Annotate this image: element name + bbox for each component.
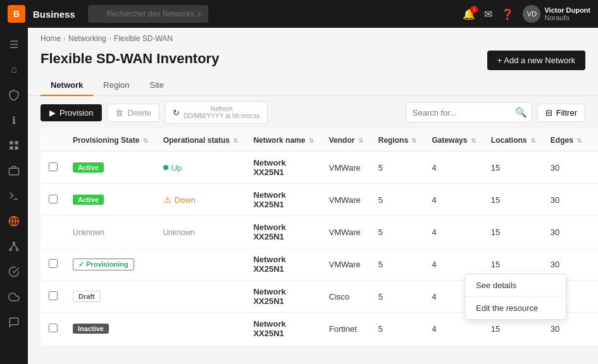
avatar: VD	[523, 5, 540, 23]
tab-region[interactable]: Region	[93, 75, 139, 96]
sidebar-item-apps[interactable]	[3, 134, 25, 157]
cell-provisioning-state: Draft	[65, 281, 156, 313]
breadcrumb-home[interactable]: Home	[40, 34, 61, 43]
table-row: UnknownUnknownNetwork XX25N1VMWare541530…	[41, 216, 599, 248]
refresh-button[interactable]: ↻ Refresh DD/MM/YYYY at hh:mm:ss	[165, 101, 268, 124]
th-locations[interactable]: Locations ⇅	[483, 130, 543, 152]
cell-actions: •••	[589, 152, 598, 184]
add-network-button[interactable]: + Add a new Network	[487, 51, 585, 70]
global-search-input[interactable]	[88, 5, 208, 23]
table-container: Provisioning State ⇅ Operational status …	[40, 129, 585, 345]
sidebar-item-chat[interactable]	[3, 311, 25, 334]
sidebar-item-package[interactable]	[3, 159, 25, 182]
sidebar-item-terminal[interactable]	[3, 185, 25, 207]
cell-vendor: VMWare	[321, 216, 371, 248]
sidebar-item-menu[interactable]: ☰	[3, 33, 25, 56]
svg-point-10	[16, 249, 18, 251]
cell-actions: •••	[589, 313, 598, 345]
cell-actions: •••	[589, 184, 598, 216]
table-search-input[interactable]	[406, 102, 532, 123]
row-checkbox[interactable]	[49, 291, 58, 300]
breadcrumb-networking[interactable]: Networking	[68, 34, 106, 43]
provision-button[interactable]: ▶ Provision	[40, 104, 102, 121]
global-search-wrap: 🔍	[88, 5, 290, 23]
sidebar-item-network[interactable]	[3, 235, 25, 258]
delete-button[interactable]: 🗑 Delete	[107, 104, 159, 122]
filter-icon: ⊟	[545, 108, 552, 118]
table-search-button[interactable]: 🔍	[515, 107, 527, 118]
user-sub: Noraufo	[544, 14, 590, 21]
context-menu: See details Edit the resource	[465, 274, 566, 320]
th-gateways[interactable]: Gateways ⇅	[424, 130, 483, 152]
cell-provisioning-state: Unknown	[65, 216, 156, 248]
cell-network-name: Network XX25N1	[246, 152, 321, 184]
row-checkbox[interactable]	[49, 162, 58, 171]
dot-green	[163, 165, 168, 170]
cell-gateways: 4	[424, 152, 483, 184]
th-actions	[589, 130, 598, 152]
sidebar-item-info[interactable]: ℹ	[3, 109, 25, 131]
breadcrumb-current: Flexible SD-WAN	[114, 34, 173, 43]
cell-gateways: 4	[424, 184, 483, 216]
cell-network-name: Network XX25N1	[246, 184, 321, 216]
refresh-icon: ↻	[173, 108, 180, 118]
app-logo[interactable]: B	[8, 5, 25, 23]
cell-edges: 30	[543, 184, 589, 216]
user-name: Victor Dupont	[544, 6, 590, 14]
svg-line-11	[11, 244, 14, 249]
notifications-icon[interactable]: 🔔 1	[463, 8, 475, 20]
cell-locations: 15	[483, 216, 543, 248]
row-checkbox[interactable]	[49, 259, 58, 268]
cell-operational-status: Up	[156, 152, 246, 184]
cell-network-name: Network XX25N1	[246, 281, 321, 313]
cell-provisioning-state: Active	[65, 152, 156, 184]
tab-network[interactable]: Network	[40, 75, 93, 96]
cell-regions: 5	[371, 248, 425, 281]
svg-rect-0	[9, 141, 13, 144]
cell-network-name: Network XX25N1	[246, 248, 321, 281]
context-menu-see-details[interactable]: See details	[466, 274, 566, 296]
status-down: ⚠Down	[163, 195, 239, 205]
breadcrumb-sep-2: ›	[109, 34, 111, 43]
sidebar-item-cloud[interactable]	[3, 286, 25, 308]
th-operational-status[interactable]: Operational status ⇅	[156, 130, 246, 152]
cell-operational-status	[156, 248, 246, 281]
main-layout: ☰ ⌂ ℹ Home	[0, 28, 598, 364]
help-icon[interactable]: ❓	[501, 8, 514, 20]
sidebar-item-home[interactable]: ⌂	[3, 58, 25, 81]
user-info[interactable]: VD Victor Dupont Noraufo	[523, 5, 590, 23]
svg-rect-4	[9, 168, 19, 175]
cell-gateways: 4	[424, 216, 483, 248]
table-row: ActiveUpNetwork XX25N1VMWare541530•••	[41, 152, 599, 184]
cell-operational-status: ⚠Down	[156, 184, 246, 216]
th-provisioning-state[interactable]: Provisioning State ⇅	[65, 130, 156, 152]
toolbar: ▶ Provision 🗑 Delete ↻ Refresh DD/MM/YYY…	[28, 96, 598, 129]
row-checkbox[interactable]	[49, 324, 58, 332]
cell-edges: 30	[543, 216, 589, 248]
context-menu-edit-resource[interactable]: Edit the resource	[466, 297, 566, 319]
tabs-bar: Network Region Site	[28, 75, 598, 96]
content-area: Home › Networking › Flexible SD-WAN Flex…	[28, 28, 598, 364]
status-unknown: Unknown	[163, 228, 195, 237]
th-edges[interactable]: Edges ⇅	[543, 130, 589, 152]
cell-regions: 5	[371, 152, 425, 184]
tab-site[interactable]: Site	[140, 75, 174, 96]
sidebar-item-globe[interactable]	[3, 210, 25, 233]
th-vendor[interactable]: Vendor ⇅	[321, 130, 371, 152]
cell-locations: 15	[483, 184, 543, 216]
sidebar-item-check[interactable]	[3, 260, 25, 283]
cell-regions: 5	[371, 281, 425, 313]
filter-button[interactable]: ⊟ Filtrer	[537, 104, 585, 122]
row-checkbox[interactable]	[49, 195, 58, 203]
app-brand: Business	[33, 9, 75, 20]
sidebar-item-shield[interactable]	[3, 83, 25, 106]
th-network-name[interactable]: Network name ⇅	[246, 130, 321, 152]
badge-active: Active	[73, 162, 104, 173]
badge-inactive: Inactive	[73, 324, 109, 334]
page-title: Flexible SD-WAN Inventory	[40, 51, 219, 67]
messages-icon[interactable]: ✉	[484, 8, 492, 20]
table-search-area: 🔍	[406, 102, 532, 123]
delete-icon: 🗑	[115, 108, 123, 118]
th-regions[interactable]: Regions ⇅	[371, 130, 425, 152]
badge-unknown: Unknown	[73, 228, 104, 237]
